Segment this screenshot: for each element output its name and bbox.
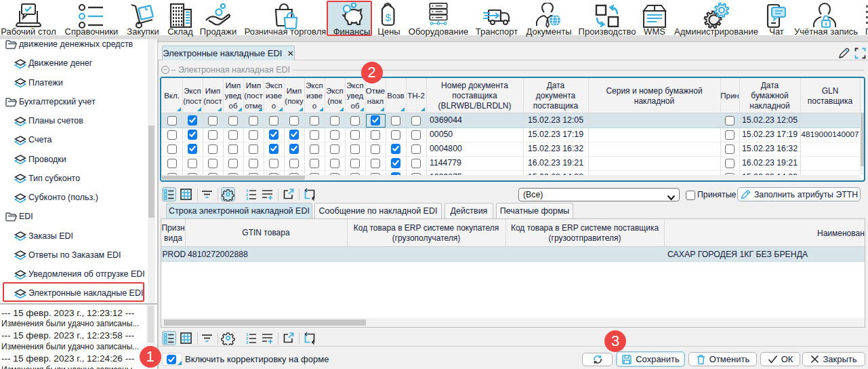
svg-text:$: $ (386, 12, 392, 23)
svg-text:3: 3 (246, 341, 249, 345)
svg-text:3: 3 (246, 197, 249, 201)
